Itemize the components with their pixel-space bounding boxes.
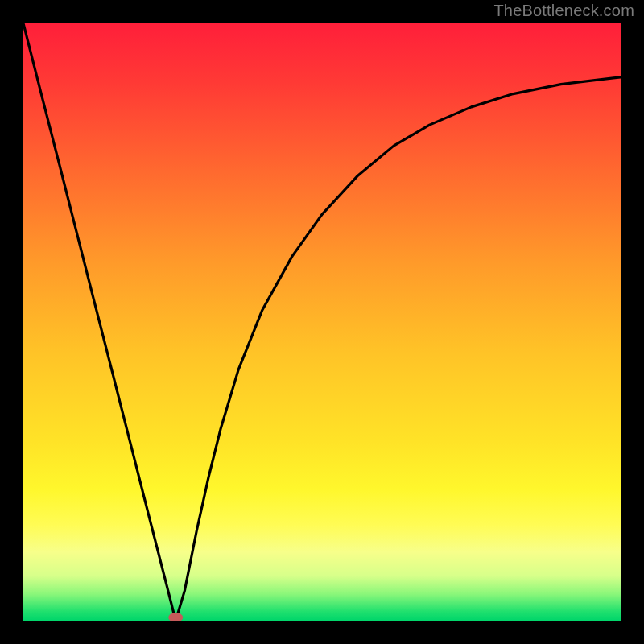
chart-background [23, 23, 621, 621]
chart-frame: TheBottleneck.com [0, 0, 644, 644]
bottleneck-chart [23, 23, 621, 621]
watermark-text: TheBottleneck.com [493, 2, 634, 20]
